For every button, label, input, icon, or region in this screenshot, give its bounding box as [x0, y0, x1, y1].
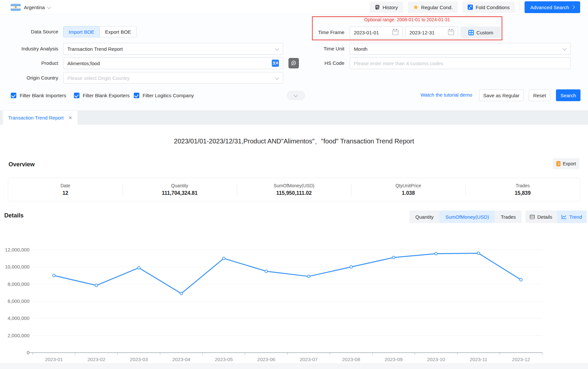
stat-quantity: Quantity 111,704,324.81	[123, 178, 237, 201]
bottom-strip	[0, 363, 588, 369]
tab-transaction-trend-report[interactable]: Transaction Trend Report ✕	[3, 111, 78, 125]
chevron-down-icon	[562, 46, 567, 50]
stat-value: 12	[62, 190, 68, 196]
overview-stats-card: Date 12 Quantity 111,704,324.81 SumOfMon…	[8, 178, 580, 201]
fold-icon	[468, 5, 473, 10]
stat-qty-unit-price: QtyUnitPrice 1.038	[351, 178, 466, 201]
stat-trades: Trades 15,839	[465, 178, 580, 201]
date-end-field[interactable]	[405, 27, 458, 38]
svg-text:2023-08: 2023-08	[342, 357, 360, 362]
advanced-search-button[interactable]: Advanced Search	[525, 1, 580, 13]
chevron-right-icon	[571, 5, 575, 9]
svg-text:2023-06: 2023-06	[257, 357, 275, 362]
trend-chart-icon	[562, 214, 567, 219]
svg-text:2,000,000: 2,000,000	[8, 333, 29, 338]
checkbox-label: Filter Logitics Company	[143, 93, 194, 98]
tutorial-link[interactable]: Watch the tutorial demo	[421, 92, 472, 98]
custom-range-button[interactable]: Custom	[460, 27, 501, 38]
svg-text:4,000,000: 4,000,000	[8, 315, 29, 321]
checkbox-checked-icon	[74, 93, 79, 98]
argentina-flag-icon	[11, 4, 21, 11]
industry-analysis-label: Industry Analysis	[0, 43, 58, 55]
report-title: 2023/01/01-2023/12/31,Product AND"Alimen…	[0, 137, 588, 146]
close-icon[interactable]: ✕	[68, 115, 73, 121]
export-button[interactable]: Export	[553, 158, 579, 169]
stat-label: Quantity	[171, 183, 188, 188]
fold-conditions-label: Fold Conditions	[476, 5, 510, 10]
svg-text:2023-01: 2023-01	[45, 357, 63, 362]
reset-button[interactable]: Reset	[529, 89, 550, 101]
export-label: Export	[563, 161, 576, 166]
svg-text:12,000,000: 12,000,000	[5, 247, 29, 252]
history-button[interactable]: History	[370, 2, 403, 13]
topbar-actions: History Regular Cond. Fold Conditions Ad…	[370, 1, 588, 13]
metric-tab-sum-of-money[interactable]: SumOfMoney(USD)	[440, 211, 495, 223]
svg-text:2023-05: 2023-05	[215, 357, 233, 362]
trend-chart-area: 02,000,0004,000,0006,000,0008,000,00010,…	[0, 237, 588, 363]
view-tab-details[interactable]: Details	[525, 211, 557, 223]
import-boe-option[interactable]: Import BOE	[63, 26, 100, 37]
industry-analysis-select[interactable]: Transaction Trend Report	[63, 43, 283, 55]
tab-bar: Transaction Trend Report ✕	[0, 111, 588, 125]
history-label: History	[383, 5, 398, 10]
stat-value: 111,704,324.81	[162, 190, 198, 196]
view-tab-label: Trend	[569, 214, 582, 220]
chevron-down-icon	[275, 75, 279, 80]
filter-logitics-company-checkbox[interactable]: Filter Logitics Company	[134, 93, 194, 98]
filter-blank-exporters-checkbox[interactable]: Filter Blank Exporters	[74, 93, 130, 98]
origin-country-select[interactable]: Please select Origin Country	[63, 72, 283, 84]
stat-value: 115,950,111.02	[276, 190, 312, 196]
date-end-input[interactable]	[409, 30, 448, 35]
regular-cond-button[interactable]: Regular Cond.	[408, 2, 458, 13]
svg-text:2023-02: 2023-02	[87, 357, 105, 362]
svg-text:8,000,000: 8,000,000	[8, 281, 29, 287]
data-source-toggle: Import BOE Export BOE	[63, 26, 137, 37]
hs-code-field[interactable]	[350, 57, 571, 69]
calendar-icon[interactable]	[392, 30, 398, 35]
svg-text:6,000,000: 6,000,000	[8, 298, 29, 304]
filter-blank-importers-checkbox[interactable]: Filter Blank Importers	[11, 93, 66, 98]
origin-country-label: Origin Country	[0, 72, 58, 84]
stat-value: 15,839	[515, 190, 531, 196]
stat-label: Trades	[516, 183, 530, 188]
metric-toggle-group: Quantity SumOfMoney(USD) Trades	[409, 211, 522, 223]
save-as-regular-button[interactable]: Save as Regular	[479, 89, 524, 101]
checkbox-label: Filter Blank Exporters	[83, 93, 130, 98]
time-unit-select[interactable]: Month	[350, 43, 571, 55]
origin-country-placeholder: Please select Origin Country	[67, 75, 130, 81]
calendar-icon[interactable]	[448, 30, 454, 35]
stat-date: Date 12	[8, 178, 123, 201]
country-name: Argentina	[24, 5, 45, 10]
svg-text:2023-07: 2023-07	[300, 357, 318, 362]
svg-text:2023-10: 2023-10	[427, 357, 445, 362]
stat-value: 1.038	[402, 190, 415, 196]
filter-panel: Data Source Import BOE Export BOE Option…	[0, 15, 588, 111]
details-heading: Details	[4, 212, 24, 219]
date-start-field[interactable]	[350, 27, 403, 38]
metric-tab-quantity[interactable]: Quantity	[409, 211, 440, 223]
view-tab-trend[interactable]: Trend	[557, 211, 587, 223]
view-tab-label: Details	[537, 214, 552, 220]
star-icon	[413, 5, 419, 10]
custom-icon	[468, 30, 474, 35]
date-start-input[interactable]	[354, 30, 392, 35]
export-boe-option[interactable]: Export BOE	[100, 26, 136, 37]
search-button[interactable]: Search	[556, 89, 580, 101]
stat-sum-of-money: SumOfMoney(USD) 115,950,111.02	[237, 178, 351, 201]
trend-chart[interactable]: 02,000,0004,000,0006,000,0008,000,00010,…	[0, 237, 588, 363]
hs-code-input[interactable]	[354, 61, 566, 66]
svg-text:2023-12: 2023-12	[512, 357, 530, 362]
chevron-down-icon	[47, 5, 51, 9]
country-selector[interactable]: Argentina	[11, 4, 51, 11]
checkbox-checked-icon	[11, 93, 16, 98]
svg-text:2023-03: 2023-03	[130, 357, 148, 362]
product-input[interactable]	[67, 61, 272, 66]
fold-conditions-button[interactable]: Fold Conditions	[462, 2, 515, 13]
history-icon	[375, 5, 380, 10]
svg-text:2023-04: 2023-04	[172, 357, 190, 362]
time-frame-label: Time Frame	[278, 27, 344, 38]
stat-label: SumOfMoney(USD)	[274, 183, 314, 188]
metric-tab-trades[interactable]: Trades	[495, 211, 522, 223]
expand-conditions-button[interactable]	[287, 91, 305, 100]
product-field[interactable]: 文A	[63, 57, 283, 69]
